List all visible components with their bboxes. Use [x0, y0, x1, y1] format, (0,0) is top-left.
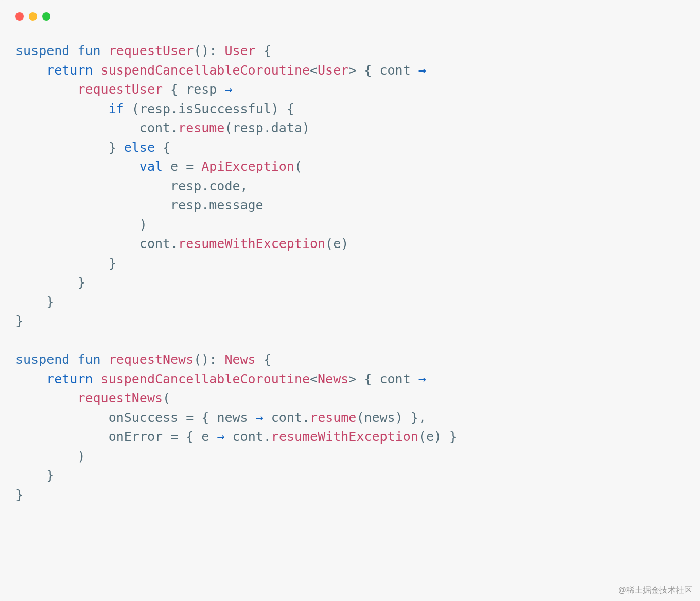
dot: .: [170, 120, 178, 135]
param-resp: resp: [186, 82, 217, 97]
paren: (: [224, 120, 232, 135]
dot: .: [201, 179, 209, 193]
identifier: e: [426, 429, 434, 444]
paren: ): [395, 410, 403, 425]
identifier: resp: [170, 198, 201, 213]
method-call: suspendCancellableCoroutine: [101, 63, 310, 78]
function-name: requestNews: [109, 352, 194, 367]
angle-bracket: >: [348, 372, 356, 386]
angle-bracket: <: [310, 63, 318, 78]
param-name: onSuccess: [109, 410, 178, 425]
identifier: e: [333, 236, 341, 251]
paren: ): [77, 449, 85, 464]
method-call: requestUser: [77, 82, 163, 97]
identifier: cont: [271, 410, 302, 425]
colon: :: [209, 43, 224, 58]
angle-bracket: <: [310, 372, 318, 386]
arrow-icon: →: [217, 429, 224, 444]
dot: .: [170, 236, 178, 251]
colon: :: [209, 352, 224, 367]
method-call: resumeWithException: [178, 236, 325, 251]
property: code: [209, 179, 240, 193]
property: message: [209, 198, 263, 213]
paren: (): [194, 43, 209, 58]
method-call: resume: [178, 120, 224, 135]
angle-bracket: >: [348, 63, 356, 78]
variable-e: e: [170, 159, 178, 174]
paren: ): [302, 120, 310, 135]
param-name: onError: [109, 429, 163, 444]
paren: ): [271, 101, 279, 116]
function-name: requestUser: [109, 43, 194, 58]
minimize-icon[interactable]: [29, 12, 37, 21]
paren: ): [341, 236, 348, 251]
param-e: e: [201, 429, 209, 444]
dot: .: [264, 429, 271, 444]
brace: }: [77, 275, 85, 290]
param-cont: cont: [380, 372, 411, 386]
identifier: cont: [233, 429, 264, 444]
keyword-return: return: [46, 63, 93, 78]
watermark-text: @稀土掘金技术社区: [618, 585, 692, 596]
brace: {: [287, 101, 294, 116]
keyword-val: val: [139, 159, 163, 174]
keyword-suspend: suspend: [15, 352, 69, 367]
brace: {: [264, 352, 271, 367]
brace: {: [364, 63, 372, 78]
keyword-suspend: suspend: [15, 43, 69, 58]
brace: }: [15, 487, 23, 502]
keyword-fun: fun: [77, 43, 100, 58]
method-call: suspendCancellableCoroutine: [101, 372, 310, 386]
brace: }: [15, 313, 23, 328]
brace: }: [411, 410, 418, 425]
identifier: cont: [139, 120, 170, 135]
keyword-fun: fun: [77, 352, 100, 367]
close-icon[interactable]: [15, 12, 24, 21]
paren: (: [356, 410, 364, 425]
code-block: suspend fun requestUser(): User { return…: [15, 41, 685, 504]
identifier: resp: [170, 179, 201, 193]
identifier: news: [364, 410, 395, 425]
brace: }: [109, 140, 116, 155]
brace: {: [201, 410, 209, 425]
arrow-icon: →: [256, 410, 264, 425]
paren: (): [194, 352, 209, 367]
dot: .: [170, 101, 178, 116]
brace: }: [46, 468, 54, 483]
arrow-icon: →: [224, 82, 232, 97]
return-type: User: [224, 43, 255, 58]
brace: {: [186, 429, 194, 444]
brace: {: [170, 82, 178, 97]
param-cont: cont: [380, 63, 411, 78]
dot: .: [302, 410, 310, 425]
dot: .: [264, 120, 271, 135]
paren: (: [325, 236, 333, 251]
paren: (: [294, 159, 302, 174]
brace: }: [109, 256, 116, 271]
paren: ): [434, 429, 442, 444]
paren: (: [132, 101, 139, 116]
return-type: News: [224, 352, 255, 367]
method-call: resumeWithException: [271, 429, 418, 444]
method-call: requestNews: [77, 391, 163, 405]
arrow-icon: →: [418, 372, 426, 386]
comma: ,: [240, 179, 248, 193]
identifier: cont: [139, 236, 170, 251]
equals: =: [186, 410, 194, 425]
maximize-icon[interactable]: [42, 12, 50, 21]
brace: {: [364, 372, 372, 386]
constructor-call: ApiException: [201, 159, 294, 174]
comma: ,: [418, 410, 426, 425]
param-news: news: [217, 410, 248, 425]
brace: {: [163, 140, 170, 155]
keyword-return: return: [46, 372, 93, 386]
brace: {: [264, 43, 271, 58]
equals: =: [186, 159, 194, 174]
paren: (: [418, 429, 426, 444]
brace: }: [449, 429, 457, 444]
paren: ): [139, 217, 147, 232]
arrow-icon: →: [418, 63, 426, 78]
dot: .: [201, 198, 209, 213]
method-call: resume: [310, 410, 356, 425]
code-window: suspend fun requestUser(): User { return…: [0, 0, 700, 601]
